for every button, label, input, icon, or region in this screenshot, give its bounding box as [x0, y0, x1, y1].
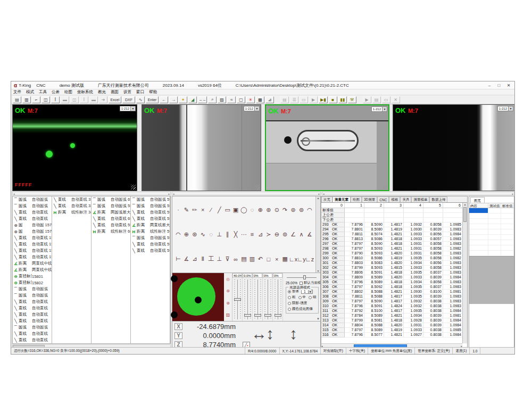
- element-list-item[interactable]: ⌒圆弧自动圆弧 55: [131, 203, 170, 209]
- gpanel-cell[interactable]: [469, 219, 488, 224]
- radio-option[interactable]: [288, 308, 291, 311]
- tool-icon[interactable]: ∞: [232, 256, 239, 263]
- element-list-item[interactable]: ╲直线自动直线 55: [131, 241, 170, 248]
- tool-icon[interactable]: ◠: [174, 230, 182, 238]
- element-list-item[interactable]: ╲直线自动直线: [13, 331, 52, 337]
- camera4-select[interactable]: 1-212▼: [497, 106, 513, 111]
- table-tab[interactable]: 绘图: [351, 196, 362, 202]
- menu-item[interactable]: 窗口: [136, 89, 144, 95]
- element-list-item[interactable]: ╲直线自动直线: [13, 318, 52, 324]
- camera2-select[interactable]: 1-212▼: [244, 106, 260, 111]
- tool-icon[interactable]: ∕: [207, 206, 215, 213]
- ring-light-preview[interactable]: [172, 273, 224, 321]
- element-list-item[interactable]: ∡距离两直线最大距: [131, 222, 170, 228]
- element-list-item[interactable]: ╲直线自动直线: [13, 299, 52, 305]
- tool-icon[interactable]: ∟x: [289, 256, 297, 263]
- options-scroll-down-icon[interactable]: ▼: [317, 317, 320, 320]
- tool-icon[interactable]: ⊿: [256, 230, 264, 238]
- arrow-right-button[interactable]: →: [169, 96, 178, 103]
- gpanel-cell[interactable]: [488, 240, 501, 245]
- table-row[interactable]: 307OK7.88028.50881.48211.09300.81001.098…: [321, 290, 467, 294]
- star-button[interactable]: ✳: [246, 96, 255, 103]
- menu-item[interactable]: 文件: [13, 89, 21, 95]
- gpanel-cell[interactable]: [488, 224, 501, 229]
- element-list-item[interactable]: ╲直线自动直线: [13, 209, 52, 216]
- table-row[interactable]: 316OK7.87968.50771.48211.09270.80381.098…: [321, 333, 467, 337]
- table-row[interactable]: 308OK7.88118.50881.48171.09350.80391.098…: [321, 294, 467, 299]
- gpanel-cell[interactable]: [488, 213, 501, 219]
- radio-level[interactable]: [298, 296, 302, 299]
- tool-icon[interactable]: 工: [207, 256, 215, 263]
- table-row[interactable]: 300OK7.88108.50861.48191.09350.80581.098…: [321, 256, 467, 261]
- table-row[interactable]: 312OK7.87848.50891.48211.09340.80391.098…: [321, 314, 467, 318]
- edge-tool-button[interactable]: ◫: [41, 96, 50, 103]
- gpanel-cell[interactable]: [469, 240, 488, 245]
- element-list-item[interactable]: H距离线性标注 55: [131, 228, 170, 235]
- table-tab[interactable]: 夹具: [400, 196, 411, 202]
- table-row[interactable]: 302OK7.87998.50931.48151.09330.80581.098…: [321, 266, 467, 270]
- menu-item[interactable]: 坐标系统: [77, 89, 93, 95]
- element-list-item[interactable]: ⌒圆弧自动圆弧 55: [131, 235, 170, 241]
- tool-icon[interactable]: ∧: [298, 230, 305, 238]
- tool-icon[interactable]: ⊢: [174, 256, 182, 263]
- selected-cell[interactable]: [469, 208, 488, 213]
- table-row[interactable]: 315OK7.87978.50891.48191.09330.80381.098…: [321, 328, 467, 333]
- gpanel-cell[interactable]: [501, 219, 514, 224]
- element-list-item[interactable]: ╲直线自动直线 15: [13, 248, 52, 254]
- element-list-item[interactable]: ╲直线自动直线 55: [131, 248, 170, 254]
- hatch-button[interactable]: ▨: [218, 96, 226, 103]
- jog-pad[interactable]: ↔ ↕ ↕: [251, 326, 299, 344]
- menu-item[interactable]: 绘图: [64, 89, 72, 95]
- tool-icon[interactable]: ▤: [240, 256, 248, 263]
- tool-icon[interactable]: ∟y: [298, 256, 305, 263]
- caliper-tool-button[interactable]: Ⅰ: [51, 96, 60, 103]
- gpanel-cell[interactable]: [488, 235, 501, 240]
- table-row[interactable]: 313OK7.87998.50811.48181.09280.80391.098…: [321, 318, 467, 323]
- gpanel-cell[interactable]: [488, 219, 501, 224]
- menu-item[interactable]: 模式: [26, 89, 34, 95]
- gpanel-cell[interactable]: [488, 208, 501, 213]
- table-tab[interactable]: 测量元素: [332, 196, 351, 202]
- slider-thumb[interactable]: [244, 314, 251, 317]
- element-list-item[interactable]: ╲直线自动直线 33: [52, 203, 91, 209]
- focus-slope-button[interactable]: ◢: [188, 96, 197, 103]
- tool-icon[interactable]: ×: [273, 256, 280, 263]
- element-list-item[interactable]: ⊕圆自动圆 15792: [13, 222, 52, 228]
- radio-overall[interactable]: [288, 290, 291, 293]
- tool-icon[interactable]: ⋯: [240, 230, 248, 238]
- gpanel-row[interactable]: [469, 229, 514, 235]
- element-list-item[interactable]: ╲直线自动直线 55: [131, 209, 170, 216]
- gpanel-cell[interactable]: [488, 251, 501, 256]
- enter-button[interactable]: Enter: [146, 96, 159, 103]
- default-mode-checkbox[interactable]: [300, 282, 303, 285]
- tool-icon[interactable]: Ⅱ: [199, 256, 206, 263]
- element-list-item[interactable]: ╲直线自动直线: [13, 337, 52, 343]
- table-row[interactable]: 297OK7.87978.50901.48181.09310.80581.098…: [321, 242, 467, 246]
- element-list-item[interactable]: ⌒圆弧自动圆弧: [13, 292, 52, 299]
- camera-view-2[interactable]: OK M:7 1-212▼: [142, 104, 261, 191]
- radio-level[interactable]: [309, 296, 312, 299]
- element-list-item[interactable]: ╲直线自动直线 55: [131, 216, 170, 222]
- signal-wave-button[interactable]: ∿: [136, 96, 145, 103]
- element-list-item[interactable]: ╲直线自动直线: [13, 305, 52, 311]
- blank-button[interactable]: ▢: [237, 96, 245, 103]
- element-list-item[interactable]: H距离线性标注 34: [52, 209, 91, 216]
- jog-z-icon[interactable]: ↕: [289, 325, 297, 343]
- table-row[interactable]: 309OK7.87978.50901.48171.09320.80381.098…: [321, 299, 467, 304]
- gpanel-cell[interactable]: [469, 251, 488, 256]
- element-list-item[interactable]: ╲直线自动直线: [13, 311, 52, 318]
- tool-icon[interactable]: ▥: [248, 256, 256, 263]
- tool-icon[interactable]: ⊕: [256, 206, 264, 213]
- element-list-item[interactable]: ╲直线自动直线 15: [13, 254, 52, 260]
- element-list-item[interactable]: ╲直线自动直线 55: [92, 222, 130, 228]
- tool-icon[interactable]: ◯: [240, 206, 248, 213]
- tool-icon[interactable]: ╱: [215, 206, 223, 213]
- probe-tool-button[interactable]: ⌐: [32, 96, 40, 103]
- tool-icon[interactable]: ⊽: [224, 256, 231, 263]
- tool-icon[interactable]: ◌: [207, 230, 215, 238]
- scroll-up-icon[interactable]: ▲: [464, 203, 467, 206]
- tool-icon[interactable]: ↷: [281, 206, 289, 213]
- menu-item[interactable]: 画面: [111, 89, 119, 95]
- gpanel-row[interactable]: [469, 235, 514, 240]
- gpanel-cell[interactable]: [501, 240, 514, 245]
